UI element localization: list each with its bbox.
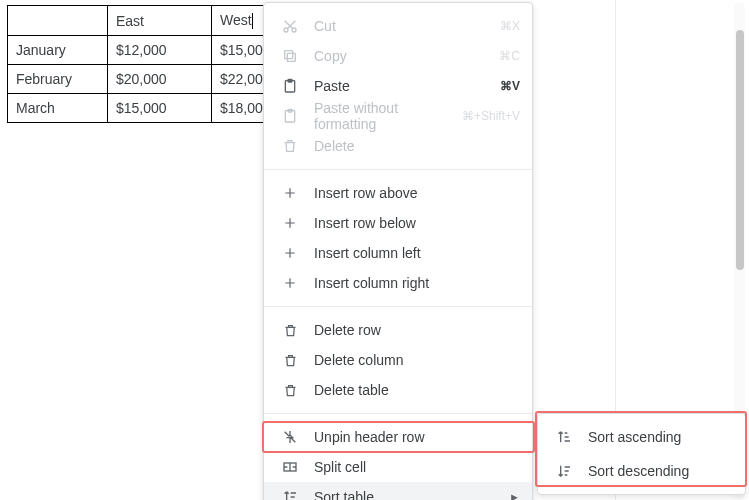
table-cell[interactable]: February (8, 65, 108, 94)
menu-separator (264, 413, 532, 414)
svg-point-0 (284, 28, 288, 32)
menu-item-insert-row-below[interactable]: Insert row below (264, 208, 532, 238)
menu-label: Insert column left (314, 245, 520, 261)
sort-icon (280, 487, 300, 500)
svg-rect-2 (287, 53, 295, 61)
split-cell-icon (280, 457, 300, 477)
menu-label: Insert column right (314, 275, 520, 291)
menu-label: Paste without formatting (314, 100, 454, 132)
submenu-arrow-icon: ► (509, 491, 520, 500)
table-cell[interactable]: March (8, 94, 108, 123)
table-cell[interactable]: $20,000 (108, 65, 212, 94)
menu-label: Sort table (314, 489, 509, 500)
menu-item-delete-table[interactable]: Delete table (264, 375, 532, 405)
unpin-icon (280, 427, 300, 447)
menu-item-split-cell[interactable]: Split cell (264, 452, 532, 482)
svg-point-1 (292, 28, 296, 32)
paste-plain-icon (280, 106, 300, 126)
cell-text: West (220, 12, 252, 28)
menu-item-delete-row[interactable]: Delete row (264, 315, 532, 345)
menu-label: Copy (314, 48, 491, 64)
table-cell[interactable]: East (108, 6, 212, 36)
sort-asc-icon (554, 427, 574, 447)
trash-icon (280, 380, 300, 400)
menu-item-insert-col-right[interactable]: Insert column right (264, 268, 532, 298)
submenu-item-sort-desc[interactable]: Sort descending (538, 454, 745, 488)
menu-shortcut: ⌘+Shift+V (462, 109, 520, 123)
menu-item-insert-row-above[interactable]: Insert row above (264, 178, 532, 208)
menu-item-cut[interactable]: Cut ⌘X (264, 11, 532, 41)
menu-label: Delete column (314, 352, 520, 368)
svg-rect-3 (285, 51, 293, 59)
paste-icon (280, 76, 300, 96)
menu-item-copy[interactable]: Copy ⌘C (264, 41, 532, 71)
menu-label: Delete table (314, 382, 520, 398)
menu-item-paste-plain[interactable]: Paste without formatting ⌘+Shift+V (264, 101, 532, 131)
menu-label: Delete row (314, 322, 520, 338)
plus-icon (280, 243, 300, 263)
trash-icon (280, 350, 300, 370)
cut-icon (280, 16, 300, 36)
menu-item-delete-column[interactable]: Delete column (264, 345, 532, 375)
menu-label: Delete (314, 138, 520, 154)
plus-icon (280, 273, 300, 293)
trash-icon (280, 320, 300, 340)
table-cell[interactable]: $12,000 (108, 36, 212, 65)
menu-separator (264, 306, 532, 307)
menu-item-delete[interactable]: Delete (264, 131, 532, 161)
menu-item-sort-table[interactable]: Sort table ► (264, 482, 532, 500)
table-cell[interactable]: $15,000 (108, 94, 212, 123)
copy-icon (280, 46, 300, 66)
menu-separator (264, 169, 532, 170)
menu-item-unpin-header[interactable]: Unpin header row (264, 422, 532, 452)
menu-label: Insert row above (314, 185, 520, 201)
menu-label: Sort descending (588, 463, 733, 479)
menu-label: Sort ascending (588, 429, 733, 445)
sort-submenu: Sort ascending Sort descending (537, 413, 746, 495)
menu-shortcut: ⌘X (500, 19, 520, 33)
menu-label: Paste (314, 78, 492, 94)
menu-shortcut: ⌘V (500, 79, 520, 93)
table-cell[interactable]: January (8, 36, 108, 65)
submenu-item-sort-asc[interactable]: Sort ascending (538, 420, 745, 454)
menu-item-insert-col-left[interactable]: Insert column left (264, 238, 532, 268)
context-menu: Cut ⌘X Copy ⌘C Paste ⌘V Paste without fo… (263, 2, 533, 500)
menu-label: Cut (314, 18, 492, 34)
svg-rect-5 (288, 79, 292, 82)
table-cell[interactable] (8, 6, 108, 36)
menu-label: Split cell (314, 459, 520, 475)
plus-icon (280, 213, 300, 233)
plus-icon (280, 183, 300, 203)
trash-icon (280, 136, 300, 156)
sort-desc-icon (554, 461, 574, 481)
menu-label: Unpin header row (314, 429, 520, 445)
menu-shortcut: ⌘C (499, 49, 520, 63)
menu-label: Insert row below (314, 215, 520, 231)
scrollbar-thumb[interactable] (736, 30, 744, 270)
menu-item-paste[interactable]: Paste ⌘V (264, 71, 532, 101)
